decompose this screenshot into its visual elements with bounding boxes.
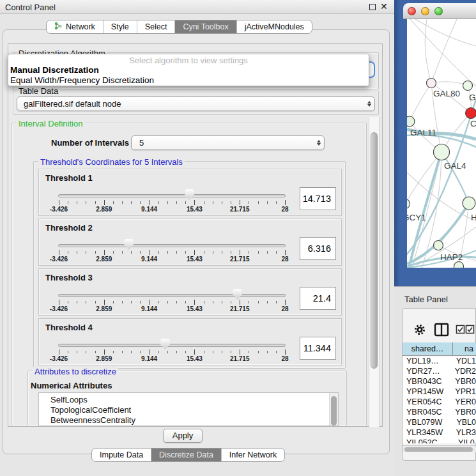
list-scrollbar-thumb[interactable] — [331, 396, 337, 426]
cell[interactable]: YPR1 — [450, 387, 476, 397]
window-minimize-icon[interactable] — [421, 7, 429, 15]
network-node[interactable] — [434, 241, 443, 250]
checkbox-icon[interactable] — [456, 325, 465, 334]
cell[interactable]: YIL0 — [454, 438, 476, 443]
threshold-3-slider[interactable] — [58, 294, 286, 297]
threshold-4-slider[interactable] — [58, 344, 286, 347]
network-node[interactable] — [434, 144, 450, 160]
tab-label: Impute Data — [100, 450, 143, 459]
table-row[interactable]: YBL079WYBL0 — [403, 418, 476, 428]
tick-mark — [185, 201, 186, 204]
algorithm-dropdown-popup: Select algorithm to view settings Manual… — [8, 54, 369, 86]
split-columns-icon[interactable] — [434, 323, 449, 337]
threshold-2-value-field[interactable]: 6.316 — [300, 237, 336, 260]
network-node[interactable] — [463, 197, 475, 210]
tick-mark — [240, 300, 240, 305]
cell[interactable]: YBR043C — [403, 377, 450, 387]
apply-button[interactable]: Apply — [163, 429, 203, 443]
tab-network[interactable]: Network — [47, 20, 103, 33]
cell[interactable]: YER054C — [403, 397, 450, 408]
list-item-topologicalcoefficient[interactable]: TopologicalCoefficient — [50, 405, 131, 415]
window-zoom-icon[interactable] — [434, 7, 443, 15]
checkbox-icon[interactable] — [465, 325, 475, 334]
threshold-2-slider[interactable] — [58, 244, 286, 247]
threshold-4-value-field[interactable]: 11.344 — [300, 337, 336, 360]
cell[interactable]: YBL079W — [403, 418, 452, 428]
list-item-betweennesscentrality[interactable]: BetweennessCentrality — [50, 415, 135, 425]
gear-icon[interactable] — [413, 323, 427, 337]
tab-impute-data[interactable]: Impute Data — [92, 449, 151, 461]
cell[interactable]: YDL1 — [452, 357, 476, 367]
table-row[interactable]: YDR27…YDR2 — [403, 367, 476, 377]
tick-mark — [158, 251, 159, 254]
number-of-intervals-combobox[interactable]: 5 — [131, 135, 325, 150]
tab-label: Discretize Data — [159, 450, 213, 459]
table-row[interactable]: YBR045CYBR0 — [403, 408, 476, 418]
tab-jactivemnodules[interactable]: jActiveMNodules — [236, 20, 312, 33]
cell[interactable]: YDR27… — [403, 367, 450, 377]
network-node[interactable] — [427, 79, 436, 88]
tick-mark — [258, 301, 259, 303]
network-node[interactable] — [407, 199, 410, 209]
network-window-titlebar[interactable] — [403, 3, 476, 19]
tab-cyni-toolbox[interactable]: Cyni Toolbox — [174, 20, 236, 33]
threshold-1-slider-thumb[interactable] — [185, 189, 194, 200]
table-hscrollbar-track[interactable] — [403, 445, 476, 452]
settings-scrollbar-thumb[interactable] — [371, 132, 378, 369]
table-row[interactable]: YBR043CYBR0 — [403, 377, 476, 387]
table-row[interactable]: YDL19…YDL1 — [403, 357, 476, 367]
tab-select[interactable]: Select — [137, 20, 175, 33]
list-item-selfloops[interactable]: SelfLoops — [50, 395, 88, 404]
tick-mark — [86, 351, 86, 353]
threshold-1-value-field[interactable]: 14.713 — [300, 187, 336, 210]
tick-mark — [222, 251, 222, 254]
threshold-1-slider[interactable] — [58, 194, 286, 197]
table-row[interactable]: YIL052CYIL0 — [403, 438, 476, 443]
cell[interactable]: YLR3 — [452, 428, 476, 438]
threshold-4-label: Threshold 4 — [45, 323, 93, 332]
cell[interactable]: YDL19… — [403, 357, 452, 367]
cell[interactable]: YLR345W — [403, 428, 452, 438]
table-hscrollbar-thumb[interactable] — [404, 447, 473, 452]
table-row[interactable]: YLR345WYLR3 — [403, 428, 476, 438]
slider-ticks — [59, 349, 285, 355]
menu-item-equal-width-frequency[interactable]: Equal Width/Frequency Discretization — [10, 75, 154, 85]
threshold-3-slider-thumb[interactable] — [233, 289, 242, 300]
column-header-name[interactable]: na — [453, 342, 476, 355]
cell[interactable]: YBL0 — [452, 418, 476, 428]
network-node[interactable] — [466, 108, 476, 119]
tab-infer-network[interactable]: Infer Network — [221, 449, 284, 461]
network-node-label: C — [470, 119, 476, 128]
cell[interactable]: YPR145W — [403, 387, 450, 397]
close-icon[interactable]: ✕ — [380, 1, 388, 12]
table-data-title: Table Data — [17, 86, 60, 96]
network-node[interactable] — [407, 116, 415, 127]
window-close-icon[interactable] — [408, 7, 416, 15]
cell[interactable]: YBR045C — [403, 408, 450, 418]
tick-mark — [231, 201, 231, 204]
tab-style[interactable]: Style — [103, 20, 137, 33]
threshold-3-value-field[interactable]: 21.4 — [300, 287, 336, 310]
table-row[interactable]: YPR145WYPR1 — [403, 387, 476, 397]
cell[interactable]: YER0 — [450, 397, 476, 408]
list-scrollbar-track[interactable] — [329, 393, 338, 426]
tick-mark — [267, 301, 268, 303]
network-node[interactable] — [454, 262, 464, 268]
tick-mark — [204, 301, 204, 303]
menu-item-manual-discretization[interactable]: Manual Discretization — [10, 65, 99, 75]
column-header-shared-name[interactable]: shared… — [403, 342, 453, 355]
cell[interactable]: YDR2 — [450, 367, 476, 377]
tick-mark — [249, 251, 249, 254]
float-panel-icon[interactable] — [369, 4, 376, 10]
cell[interactable]: YBR0 — [450, 377, 476, 387]
table-data-combobox[interactable]: galFiltered.sif default node — [17, 96, 375, 111]
threshold-2-slider-thumb[interactable] — [124, 239, 134, 250]
network-view-canvas[interactable]: GAL80GACGAL11GAL4GCY1HHAP2 — [407, 19, 476, 268]
threshold-4-slider-thumb[interactable] — [160, 339, 170, 349]
table-row[interactable]: YER054CYER0 — [403, 397, 476, 408]
network-node[interactable] — [463, 81, 473, 91]
cell[interactable]: YIL052C — [403, 438, 454, 443]
tick-mark — [104, 200, 105, 205]
cell[interactable]: YBR0 — [450, 408, 476, 418]
tab-discretize-data[interactable]: Discretize Data — [151, 449, 221, 461]
